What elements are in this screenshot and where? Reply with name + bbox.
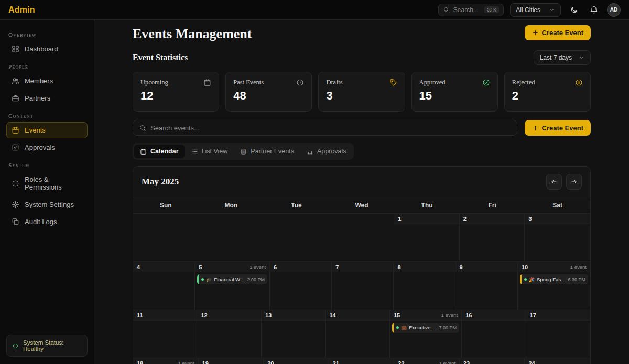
sidebar-item-label: Roles & Permissions <box>25 175 82 191</box>
app-logo: Admin <box>8 5 35 15</box>
day-number: 6 <box>274 264 277 270</box>
date-range-select[interactable]: Last 7 days <box>534 50 591 65</box>
event-time: 7:00 PM <box>439 325 457 330</box>
calendar-day-cell-11[interactable]: 11 <box>133 310 197 358</box>
day-number: 2 <box>463 216 467 222</box>
city-filter-value: All Cities <box>516 6 540 14</box>
calendar-day-cell-14[interactable]: 14 <box>326 310 389 358</box>
day-strip: 19 <box>199 358 264 364</box>
calendar-day-cell-1[interactable]: 1 <box>394 214 460 261</box>
calendar-event[interactable]: 🎓 Financial W…2:00 PM <box>197 274 267 284</box>
event-time: 6:30 PM <box>568 277 585 282</box>
calendar-week-row: 123 <box>133 214 590 262</box>
calendar-day-cell-4[interactable]: 4 <box>133 262 195 310</box>
sidebar-item-label: Approvals <box>25 144 55 151</box>
sidebar-item-system-settings[interactable]: System Settings <box>6 196 88 213</box>
tab-approvals[interactable]: Approvals <box>301 145 352 158</box>
global-search[interactable]: Search... ⌘ K <box>438 4 504 16</box>
day-strip: 4 <box>133 262 194 272</box>
calendar-day-cell-12[interactable]: 12 <box>197 310 261 358</box>
event-emoji-icon: 🎉 <box>529 277 535 282</box>
weekday-label: Sat <box>525 197 590 213</box>
prev-month-button[interactable] <box>546 174 562 190</box>
city-filter-select[interactable]: All Cities <box>510 3 561 17</box>
tab-partner-events[interactable]: Partner Events <box>234 145 300 158</box>
next-month-button[interactable] <box>566 174 582 190</box>
event-title: Executive … <box>409 325 437 330</box>
calendar-day-cell-21[interactable]: 21 <box>329 358 395 364</box>
create-event-button-secondary[interactable]: Create Event <box>525 120 591 136</box>
calendar-icon <box>140 148 147 155</box>
tab-list-view[interactable]: List View <box>186 145 234 158</box>
day-strip: 16 <box>462 310 525 321</box>
day-strip: 17 <box>526 310 590 321</box>
date-range-value: Last 7 days <box>540 54 572 61</box>
calendar-day-cell-13[interactable]: 13 <box>262 310 326 358</box>
sidebar-item-partners[interactable]: Partners <box>6 90 88 106</box>
day-body <box>197 321 261 358</box>
calendar-day-cell-3[interactable]: 3 <box>525 214 590 261</box>
theme-toggle-button[interactable] <box>567 3 581 17</box>
sidebar-item-audit-logs[interactable]: Audit Logs <box>6 214 88 230</box>
calendar-day-cell-2[interactable]: 2 <box>460 214 525 261</box>
day-body <box>394 272 455 310</box>
calendar-day-cell-19[interactable]: 19 <box>199 358 264 364</box>
event-time: 2:00 PM <box>247 277 265 282</box>
notifications-button[interactable] <box>587 3 601 17</box>
day-strip: 221 event <box>394 358 459 364</box>
global-search-placeholder: Search... <box>453 6 479 14</box>
calendar-day-cell-20[interactable]: 20 <box>264 358 329 364</box>
sidebar-item-roles-permissions[interactable]: Roles & Permissions <box>6 171 88 195</box>
calendar-week-row: 11121314151 event 💼 Executive …7:00 PM16… <box>133 310 590 358</box>
day-strip: 23 <box>460 358 525 364</box>
calendar-day-cell-22[interactable]: 221 event 🍷 Wine Tasti… <box>394 358 460 364</box>
calendar-event[interactable]: 🎉 Spring Fas…6:30 PM <box>520 274 588 284</box>
calendar-event[interactable]: 💼 Executive …7:00 PM <box>392 323 459 333</box>
sidebar-item-members[interactable]: Members <box>6 73 88 89</box>
sidebar-item-events[interactable]: Events <box>6 122 88 138</box>
day-body <box>394 224 459 261</box>
calendar-day-cell-6[interactable]: 6 <box>270 262 332 310</box>
events-search-input[interactable] <box>150 124 511 132</box>
system-status-text: System Status: Healthy <box>23 339 82 352</box>
stat-card-value: 15 <box>419 89 490 103</box>
calendar-icon <box>203 79 211 86</box>
event-status-dot <box>524 278 527 281</box>
day-strip: 8 <box>394 262 455 272</box>
day-number: 10 <box>522 264 528 270</box>
day-strip: 20 <box>264 358 329 364</box>
stat-card-value: 12 <box>140 89 211 103</box>
day-body <box>525 224 590 261</box>
sidebar-item-approvals[interactable]: Approvals <box>6 139 88 156</box>
day-number: 22 <box>398 360 404 364</box>
sidebar-item-dashboard[interactable]: Dashboard <box>6 41 88 57</box>
calendar-week-row: 451 event 🎓 Financial W…2:00 PM6789101 e… <box>133 262 590 310</box>
sidebar-item-label: Members <box>25 77 53 85</box>
calendar-day-cell-24[interactable]: 24 <box>525 358 590 364</box>
copy-icon <box>12 218 19 226</box>
calendar-day-cell-7[interactable]: 7 <box>332 262 394 310</box>
sidebar: OverviewDashboardPeopleMembersPartnersCo… <box>0 20 94 364</box>
day-strip: 21 <box>329 358 394 364</box>
tab-calendar[interactable]: Calendar <box>134 145 185 158</box>
day-body <box>526 321 590 358</box>
calendar-day-cell-17[interactable]: 17 <box>526 310 590 358</box>
calendar-day-cell-5[interactable]: 51 event 🎓 Financial W…2:00 PM <box>195 262 270 310</box>
building-icon <box>240 148 247 155</box>
user-avatar[interactable]: AD <box>607 3 621 17</box>
day-number: 23 <box>463 360 470 364</box>
calendar-day-cell-10[interactable]: 101 event 🎉 Spring Fas…6:30 PM <box>518 262 590 310</box>
calendar-day-cell-8[interactable]: 8 <box>394 262 456 310</box>
calendar-day-cell-9[interactable]: 9 <box>456 262 518 310</box>
calendar-day-cell-16[interactable]: 16 <box>462 310 526 358</box>
weekday-label: Mon <box>199 197 264 213</box>
calendar-day-cell-15[interactable]: 151 event 💼 Executive …7:00 PM <box>390 310 462 358</box>
create-event-button[interactable]: Create Event <box>525 25 591 40</box>
day-body <box>133 224 198 261</box>
check-square-icon <box>12 144 19 151</box>
day-strip: 9 <box>456 262 517 272</box>
calendar-day-cell-18[interactable]: 181 event 🧘 Welln… <box>133 358 199 364</box>
calendar-icon <box>12 126 19 134</box>
calendar-day-cell-23[interactable]: 23 <box>460 358 525 364</box>
sidebar-item-label: Audit Logs <box>25 218 57 226</box>
